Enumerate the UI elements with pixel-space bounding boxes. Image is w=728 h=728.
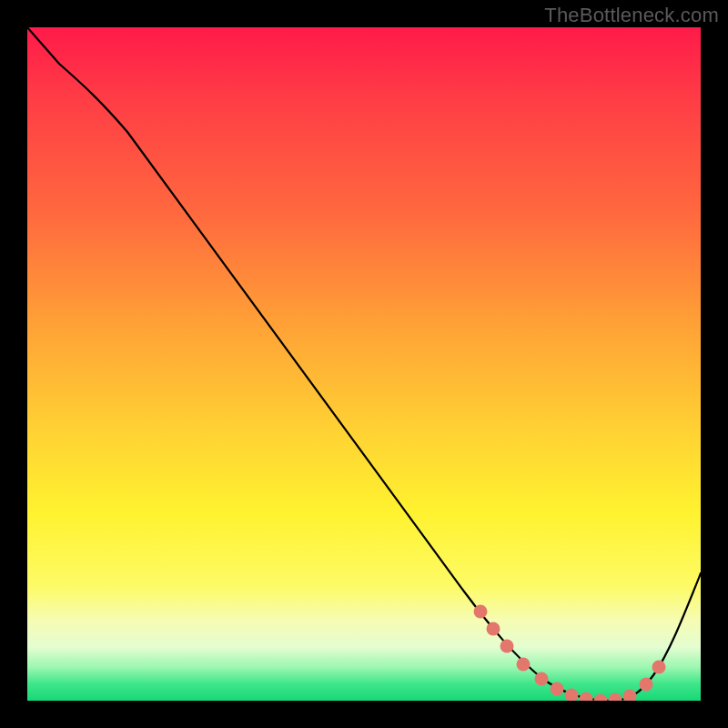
curve-dot-group	[474, 605, 666, 702]
curve-dot	[640, 678, 653, 692]
bottleneck-curve-path	[27, 27, 701, 701]
bottleneck-curve-svg	[27, 27, 701, 701]
curve-dot	[535, 672, 549, 686]
curve-dot	[500, 640, 514, 653]
curve-dot	[652, 661, 666, 674]
curve-dot	[517, 658, 531, 672]
watermark-text: TheBottleneck.com	[544, 4, 719, 27]
curve-dot	[551, 682, 564, 696]
curve-dot	[474, 605, 488, 619]
curve-dot	[580, 693, 593, 702]
curve-dot	[594, 694, 608, 702]
curve-dot	[623, 690, 637, 702]
plot-area	[27, 27, 701, 701]
curve-dot	[487, 622, 500, 636]
curve-dot	[609, 693, 622, 702]
curve-dot	[565, 689, 579, 702]
chart-stage: TheBottleneck.com	[0, 0, 728, 728]
